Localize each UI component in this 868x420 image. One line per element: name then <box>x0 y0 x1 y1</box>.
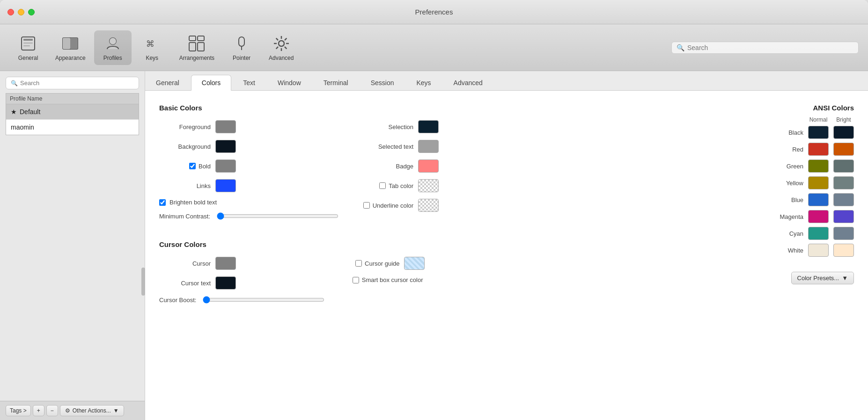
profile-name-header: Profile Name <box>6 93 139 104</box>
smart-box-cursor-checkbox[interactable] <box>353 277 359 283</box>
ansi-label-yellow: Yellow <box>771 180 803 187</box>
ansi-bright-yellow[interactable] <box>833 176 854 189</box>
ansi-bright-blue[interactable] <box>833 193 854 206</box>
ansi-label-cyan: Cyan <box>771 230 803 237</box>
minimize-button[interactable] <box>18 9 24 15</box>
toolbar-item-general[interactable]: General <box>9 30 47 65</box>
foreground-label: Foreground <box>159 123 211 130</box>
ansi-normal-black[interactable] <box>808 126 829 139</box>
remove-profile-button[interactable]: − <box>46 405 58 416</box>
ansi-normal-magenta[interactable] <box>808 210 829 223</box>
close-button[interactable] <box>7 9 14 15</box>
ansi-bright-green[interactable] <box>833 159 854 173</box>
ansi-bright-magenta[interactable] <box>833 210 854 223</box>
toolbar-item-arrangements[interactable]: Arrangements <box>173 30 221 65</box>
tab-window[interactable]: Window <box>267 75 312 90</box>
tab-color-checkbox[interactable] <box>379 182 386 189</box>
tab-keys[interactable]: Keys <box>405 75 441 90</box>
minimum-contrast-slider[interactable] <box>217 212 338 220</box>
toolbar-item-pointer[interactable]: Pointer <box>223 30 260 65</box>
svg-line-23 <box>285 38 287 40</box>
appearance-label: Appearance <box>55 55 86 61</box>
ansi-normal-green[interactable] <box>808 159 829 173</box>
tab-session[interactable]: Session <box>360 75 405 90</box>
basic-colors-left-col: Foreground Background <box>159 120 338 229</box>
tab-colors[interactable]: Colors <box>191 75 231 91</box>
ansi-normal-red[interactable] <box>808 143 829 156</box>
tags-button[interactable]: Tags > <box>6 405 31 416</box>
cursor-guide-swatch[interactable] <box>404 257 425 270</box>
sidebar-search-input[interactable] <box>20 80 134 87</box>
selected-text-swatch[interactable] <box>418 140 439 153</box>
ansi-bright-white[interactable] <box>833 244 854 257</box>
arrangements-label: Arrangements <box>179 55 214 61</box>
tab-terminal[interactable]: Terminal <box>313 75 359 90</box>
tab-advanced[interactable]: Advanced <box>443 75 493 90</box>
bold-label: Bold <box>199 163 211 170</box>
profile-item-default[interactable]: ★ Default <box>6 104 139 120</box>
underline-color-checkbox[interactable] <box>363 202 370 209</box>
maximize-button[interactable] <box>28 9 35 15</box>
cursor-swatch[interactable] <box>215 257 236 270</box>
cursor-text-swatch[interactable] <box>215 276 236 290</box>
background-label: Background <box>159 143 211 150</box>
ansi-normal-blue[interactable] <box>808 193 829 206</box>
cursor-right-col: Cursor guide Smart box cursor color <box>348 257 425 313</box>
toolbar-item-advanced[interactable]: Advanced <box>262 30 300 65</box>
svg-line-22 <box>285 47 287 49</box>
basic-colors-columns: Foreground Background <box>159 120 695 229</box>
minimum-contrast-label: Minimum Contrast: <box>159 213 210 220</box>
brighten-bold-checkbox[interactable] <box>159 199 166 206</box>
toolbar-search[interactable]: 🔍 <box>671 42 859 54</box>
ansi-section: ANSI Colors Normal Bright Black Red <box>723 104 854 407</box>
main-content: 🔍 Profile Name ★ Default maomin <box>0 71 868 420</box>
ansi-label-white: White <box>771 247 803 254</box>
bold-checkbox[interactable] <box>189 163 196 169</box>
color-presets-button[interactable]: Color Presets... ▼ <box>791 272 854 284</box>
ansi-normal-white[interactable] <box>808 244 829 257</box>
ansi-normal-yellow[interactable] <box>808 176 829 189</box>
tab-general[interactable]: General <box>145 75 190 90</box>
pointer-label: Pointer <box>233 55 250 61</box>
toolbar-item-appearance[interactable]: Appearance <box>49 30 92 65</box>
toolbar-search-input[interactable] <box>687 44 853 51</box>
ansi-normal-cyan[interactable] <box>808 227 829 240</box>
bright-col-header: Bright <box>833 116 854 123</box>
selection-label: Selection <box>362 123 413 130</box>
svg-line-21 <box>276 38 278 40</box>
profile-item-maomin[interactable]: maomin <box>6 120 139 135</box>
tab-color-swatch[interactable] <box>418 179 439 192</box>
underline-color-swatch[interactable] <box>418 199 439 212</box>
toolbar-item-keys[interactable]: ⌘ Keys <box>133 30 171 65</box>
search-icon: 🔍 <box>677 44 684 51</box>
cursor-text-label: Cursor text <box>159 280 211 287</box>
other-actions-button[interactable]: ⚙ Other Actions... ▼ <box>60 405 124 416</box>
ansi-bright-black[interactable] <box>833 126 854 139</box>
badge-row: Badge <box>362 159 439 173</box>
cursor-boost-slider[interactable] <box>203 296 324 304</box>
basic-colors-title: Basic Colors <box>159 104 695 112</box>
ansi-row-white: White <box>723 244 854 257</box>
foreground-swatch[interactable] <box>215 120 236 133</box>
selection-swatch[interactable] <box>418 120 439 133</box>
add-profile-button[interactable]: + <box>33 405 44 416</box>
tab-text[interactable]: Text <box>232 75 266 90</box>
ansi-bright-red[interactable] <box>833 143 854 156</box>
profiles-icon <box>103 34 122 53</box>
bold-swatch[interactable] <box>215 159 236 173</box>
sidebar-search-box[interactable]: 🔍 <box>6 77 139 89</box>
background-swatch[interactable] <box>215 140 236 153</box>
general-label: General <box>18 55 38 61</box>
links-swatch[interactable] <box>215 179 236 192</box>
ansi-row-green: Green <box>723 159 854 173</box>
ansi-bright-cyan[interactable] <box>833 227 854 240</box>
sidebar-scrollbar[interactable] <box>141 268 145 296</box>
cursor-guide-checkbox[interactable] <box>355 260 362 267</box>
selection-row: Selection <box>362 120 439 133</box>
cursor-colors-title: Cursor Colors <box>159 240 695 248</box>
arrangements-icon <box>187 34 206 53</box>
toolbar-item-profiles[interactable]: Profiles <box>94 30 132 65</box>
cursor-guide-label: Cursor guide <box>365 260 399 267</box>
badge-swatch[interactable] <box>418 159 439 173</box>
traffic-lights <box>7 9 35 15</box>
